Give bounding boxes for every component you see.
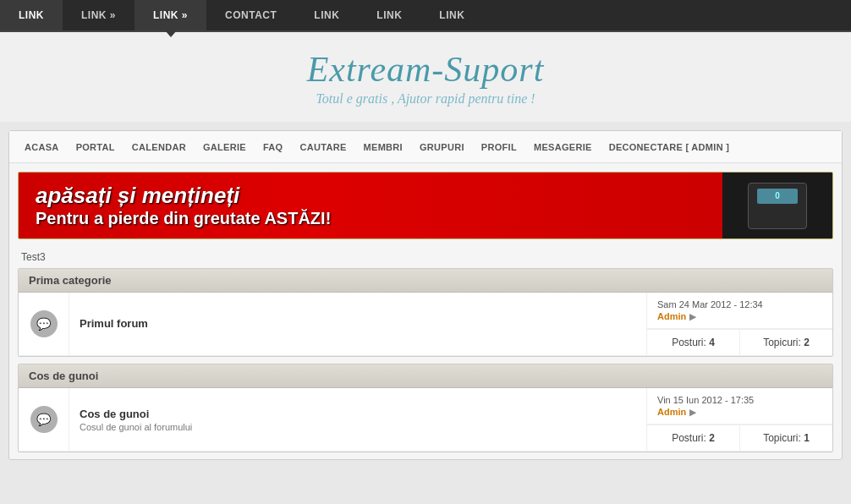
- category-prima-header: Prima categorie: [19, 269, 832, 293]
- topics-label: Topicuri:: [763, 337, 801, 348]
- top-navigation: LINK LINK » LINK » CONTACT LINK LINK LIN…: [0, 0, 851, 32]
- posts-value: 4: [709, 337, 715, 348]
- category-gunoi-header: Cos de gunoi: [19, 364, 832, 388]
- posts-count-cell: Posturi: 4: [647, 330, 740, 355]
- forum-icon-cell: [19, 293, 69, 355]
- last-post-author-2: Admin ▶: [657, 407, 822, 417]
- top-nav-link-2[interactable]: LINK »: [63, 0, 135, 30]
- table-row: Primul forum Sam 24 Mar 2012 - 12:34 Adm…: [19, 293, 832, 356]
- inner-nav-membri[interactable]: MEMBRI: [355, 131, 411, 163]
- inner-nav-portal[interactable]: PORTAL: [68, 131, 124, 163]
- active-nav-indicator: [165, 30, 177, 37]
- top-nav-link-6[interactable]: LINK: [358, 0, 420, 30]
- top-nav-contact[interactable]: CONTACT: [206, 0, 295, 30]
- posts-label: Posturi:: [672, 337, 706, 348]
- inner-navigation: ACASA PORTAL CALENDAR GALERIE FAQ CAUTAR…: [9, 131, 842, 163]
- topics-value-2: 1: [804, 432, 810, 444]
- forum-last-post-2: Vin 15 Iun 2012 - 17:35 Admin ▶: [647, 388, 832, 425]
- forum-desc-2: Cosul de gunoi al forumului: [80, 422, 636, 432]
- category-prima: Prima categorie Primul forum Sam 24 Mar …: [18, 268, 833, 357]
- post-link-icon-2: ▶: [689, 408, 696, 417]
- forum-icon-cell-2: [19, 388, 69, 451]
- top-nav-link-5[interactable]: LINK: [295, 0, 358, 30]
- forum-counts: Posturi: 4 Topicuri: 2: [647, 329, 832, 355]
- banner: apăsați și mențineți Pentru a pierde din…: [18, 172, 833, 239]
- last-post-date: Sam 24 Mar 2012 - 12:34: [657, 299, 822, 310]
- top-nav-link-1[interactable]: LINK: [0, 0, 63, 30]
- scale-display: 0: [757, 189, 798, 204]
- inner-nav-grupuri[interactable]: GRUPURI: [411, 131, 473, 163]
- banner-text[interactable]: apăsați și mențineți Pentru a pierde din…: [19, 173, 722, 238]
- banner-headline: apăsați și mențineți: [36, 183, 239, 209]
- main-content: ACASA PORTAL CALENDAR GALERIE FAQ CAUTAR…: [8, 130, 843, 460]
- author-name[interactable]: Admin: [657, 311, 686, 321]
- topics-count-cell: Topicuri: 2: [740, 330, 832, 355]
- top-nav-label-5: LINK: [314, 9, 339, 21]
- top-nav-label-6: LINK: [376, 9, 402, 21]
- inner-nav-calendar[interactable]: CALENDAR: [124, 131, 195, 163]
- top-nav-label-2: LINK »: [81, 9, 116, 21]
- top-nav-label-contact: CONTACT: [225, 9, 277, 21]
- posts-label-2: Posturi:: [672, 432, 706, 444]
- top-nav-link-3[interactable]: LINK »: [135, 0, 206, 30]
- topics-label-2: Topicuri:: [763, 432, 801, 444]
- test-label: Test3: [9, 246, 842, 268]
- posts-count-cell-2: Posturi: 2: [647, 425, 740, 451]
- forum-name[interactable]: Primul forum: [80, 317, 636, 330]
- top-nav-label-3: LINK »: [153, 9, 188, 21]
- forum-info-2: Cos de gunoi Cosul de gunoi al forumului: [69, 388, 646, 451]
- top-nav-link-7[interactable]: LINK: [420, 0, 483, 30]
- scale-graphic: 0: [748, 183, 807, 229]
- forum-counts-2: Posturi: 2 Topicuri: 1: [647, 425, 832, 451]
- banner-image: 0: [722, 172, 832, 239]
- forum-icon: [30, 310, 58, 337]
- inner-nav-profil[interactable]: PROFIL: [473, 131, 525, 163]
- author-name-2[interactable]: Admin: [657, 407, 686, 417]
- inner-nav-mesagerie[interactable]: MESAGERIE: [525, 131, 601, 163]
- topics-count-cell-2: Topicuri: 1: [740, 425, 832, 451]
- inner-nav-cautare[interactable]: CAUTARE: [291, 131, 354, 163]
- inner-nav-galerie[interactable]: GALERIE: [195, 131, 255, 163]
- forum-info: Primul forum: [69, 293, 646, 355]
- forum-stats-2: Vin 15 Iun 2012 - 17:35 Admin ▶ Posturi:…: [646, 388, 832, 451]
- banner-subheadline: Pentru a pierde din greutate ASTĂZI!: [36, 209, 331, 228]
- inner-nav-faq[interactable]: FAQ: [255, 131, 292, 163]
- site-title: Extream-Suport: [0, 49, 851, 90]
- forum-stats: Sam 24 Mar 2012 - 12:34 Admin ▶ Posturi:…: [646, 293, 832, 355]
- inner-nav-acasa[interactable]: ACASA: [16, 131, 68, 163]
- top-nav-label-1: LINK: [19, 9, 44, 21]
- forum-icon-2: [30, 406, 58, 433]
- forum-last-post: Sam 24 Mar 2012 - 12:34 Admin ▶: [647, 293, 832, 329]
- top-nav-label-7: LINK: [439, 9, 464, 21]
- site-subtitle: Totul e gratis , Ajutor rapid pentru tin…: [0, 91, 851, 107]
- table-row: Cos de gunoi Cosul de gunoi al forumului…: [19, 388, 832, 452]
- category-gunoi: Cos de gunoi Cos de gunoi Cosul de gunoi…: [18, 364, 833, 452]
- last-post-date-2: Vin 15 Iun 2012 - 17:35: [657, 395, 822, 405]
- inner-nav-deconectare[interactable]: DECONECTARE [ ADMIN ]: [601, 131, 738, 163]
- logo-area: Extream-Suport Totul e gratis , Ajutor r…: [0, 32, 851, 122]
- post-link-icon: ▶: [689, 312, 696, 321]
- posts-value-2: 2: [709, 432, 715, 444]
- topics-value: 2: [804, 337, 810, 348]
- forum-name-2[interactable]: Cos de gunoi: [80, 408, 636, 420]
- last-post-author: Admin ▶: [657, 311, 822, 321]
